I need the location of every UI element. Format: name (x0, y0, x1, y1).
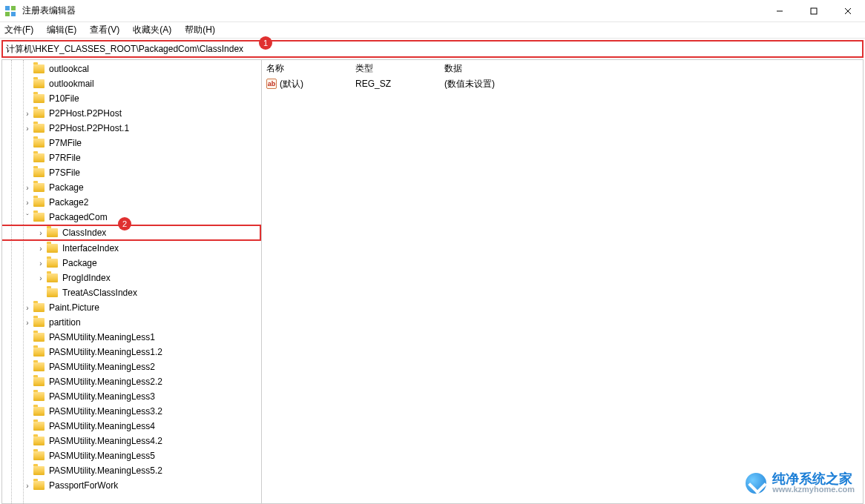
watermark: 纯净系统之家 www.kzmyhome.com (746, 472, 855, 494)
folder-icon (33, 153, 45, 162)
tree-item[interactable]: ›Package2 (2, 195, 261, 210)
tree-item[interactable]: PASMUtility.MeaningLess4 (2, 419, 261, 434)
folder-icon (33, 124, 45, 133)
folder-icon (33, 139, 45, 147)
tree-item-label: PASMUtility.MeaningLess1 (49, 332, 155, 342)
tree-item-label: PackagedCom (49, 212, 108, 222)
chevron-right-icon[interactable]: › (36, 229, 45, 237)
tree-item[interactable]: PASMUtility.MeaningLess2.2 (2, 374, 261, 389)
window-title: 注册表编辑器 (22, 4, 76, 17)
minimize-button[interactable] (763, 0, 797, 22)
svg-rect-3 (11, 12, 16, 16)
column-headers[interactable]: 名称 类型 数据 (262, 60, 863, 76)
tree-item[interactable]: ›ClassIndex (2, 225, 261, 241)
svg-rect-0 (5, 6, 10, 10)
menu-view[interactable]: 查看(V) (90, 24, 119, 36)
chevron-right-icon[interactable]: › (36, 245, 45, 253)
folder-icon (47, 288, 58, 297)
chevron-right-icon[interactable]: › (23, 110, 32, 118)
chevron-right-icon[interactable]: › (36, 274, 45, 282)
tree-item-label: outlookmail (49, 79, 94, 89)
maximize-button[interactable] (797, 0, 831, 22)
tree-item[interactable]: ›InterfaceIndex (2, 241, 261, 256)
watermark-title: 纯净系统之家 (772, 472, 855, 485)
tree-item-label: Package (62, 258, 97, 268)
tree-item[interactable]: P7SFile (2, 165, 261, 180)
folder-icon (33, 94, 45, 103)
watermark-icon (746, 473, 766, 494)
folder-icon (33, 466, 45, 475)
tree-item-label: P2PHost.P2PHost (49, 108, 122, 119)
folder-icon (33, 109, 45, 118)
tree-item[interactable]: PASMUtility.MeaningLess5.2 (2, 463, 261, 478)
tree-item[interactable]: PASMUtility.MeaningLess1.2 (2, 345, 261, 359)
chevron-right-icon[interactable]: › (23, 125, 32, 133)
tree-item[interactable]: ›ProgIdIndex (2, 271, 261, 285)
folder-icon (33, 422, 45, 431)
tree-item[interactable]: PASMUtility.MeaningLess1 (2, 330, 261, 345)
folder-icon (33, 318, 45, 327)
menu-help[interactable]: 帮助(H) (185, 24, 215, 36)
col-name[interactable]: 名称 (262, 62, 351, 75)
tree-item-label: PASMUtility.MeaningLess5.2 (49, 465, 162, 476)
chevron-right-icon[interactable]: › (23, 319, 32, 327)
tree-item[interactable]: ›partition (2, 315, 261, 330)
tree-item[interactable]: outlookcal (2, 62, 261, 76)
tree-item[interactable]: PASMUtility.MeaningLess4.2 (2, 434, 261, 448)
folder-icon (47, 244, 58, 253)
tree-item-label: P2PHost.P2PHost.1 (49, 123, 129, 133)
tree-item-label: P7SFile (49, 168, 80, 178)
chevron-down-icon[interactable]: ˇ (23, 213, 32, 222)
folder-icon (33, 303, 45, 312)
chevron-right-icon[interactable]: › (23, 304, 32, 312)
chevron-right-icon[interactable]: › (36, 259, 45, 268)
tree-pane[interactable]: outlookcaloutlookmailP10File›P2PHost.P2P… (2, 60, 262, 503)
tree-item-label: PASMUtility.MeaningLess2 (49, 362, 155, 372)
tree-item[interactable]: ›Package (2, 180, 261, 195)
tree-item[interactable]: ›Paint.Picture (2, 300, 261, 315)
tree-item[interactable]: PASMUtility.MeaningLess2 (2, 359, 261, 374)
folder-icon (33, 64, 45, 73)
folder-icon (33, 213, 45, 222)
tree-item-label: PASMUtility.MeaningLess5 (49, 451, 155, 461)
tree-item-label: ClassIndex (62, 228, 106, 238)
menu-favorites[interactable]: 收藏夹(A) (133, 24, 171, 36)
chevron-right-icon[interactable]: › (23, 199, 32, 207)
tree-item[interactable]: ›P2PHost.P2PHost.1 (2, 121, 261, 136)
tree-item[interactable]: ›Package (2, 256, 261, 271)
tree-item-label: PASMUtility.MeaningLess1.2 (49, 347, 162, 357)
tree-item-label: P7RFile (49, 153, 81, 163)
value-row[interactable]: ab (默认) REG_SZ (数值未设置) (262, 76, 863, 91)
annotation-1: 1 (259, 36, 272, 50)
address-bar[interactable]: 计算机\HKEY_CLASSES_ROOT\PackagedCom\ClassI… (1, 40, 864, 58)
folder-icon (33, 377, 45, 386)
annotation-2: 2 (118, 217, 131, 231)
tree-item[interactable]: P10File (2, 91, 261, 106)
tree-item-label: Package2 (49, 197, 88, 208)
folder-icon (33, 79, 45, 88)
tree-item[interactable]: P7MFile (2, 136, 261, 150)
tree-item[interactable]: ›P2PHost.P2PHost (2, 106, 261, 121)
tree-item[interactable]: ›PassportForWork (2, 478, 261, 493)
menu-file[interactable]: 文件(F) (4, 24, 33, 36)
chevron-right-icon[interactable]: › (23, 184, 32, 192)
tree-item[interactable]: TreatAsClassIndex (2, 285, 261, 300)
folder-icon (33, 392, 45, 401)
chevron-right-icon[interactable]: › (23, 482, 32, 490)
tree-item[interactable]: PASMUtility.MeaningLess3.2 (2, 404, 261, 419)
folder-icon (33, 481, 45, 490)
tree-item[interactable]: ˇPackagedCom (2, 210, 261, 225)
close-button[interactable] (831, 0, 865, 22)
col-type[interactable]: 类型 (351, 62, 440, 75)
tree-item-label: Paint.Picture (49, 302, 99, 313)
tree-item[interactable]: P7RFile (2, 150, 261, 165)
tree-item[interactable]: PASMUtility.MeaningLess5 (2, 448, 261, 463)
menu-edit[interactable]: 编辑(E) (47, 24, 76, 36)
tree-item[interactable]: PASMUtility.MeaningLess3 (2, 389, 261, 404)
value-data: (数值未设置) (440, 78, 863, 90)
svg-rect-2 (5, 12, 10, 16)
tree-item-label: TreatAsClassIndex (62, 288, 137, 298)
col-data[interactable]: 数据 (440, 62, 863, 75)
tree-item[interactable]: outlookmail (2, 76, 261, 91)
main-area: outlookcaloutlookmailP10File›P2PHost.P2P… (1, 59, 864, 504)
